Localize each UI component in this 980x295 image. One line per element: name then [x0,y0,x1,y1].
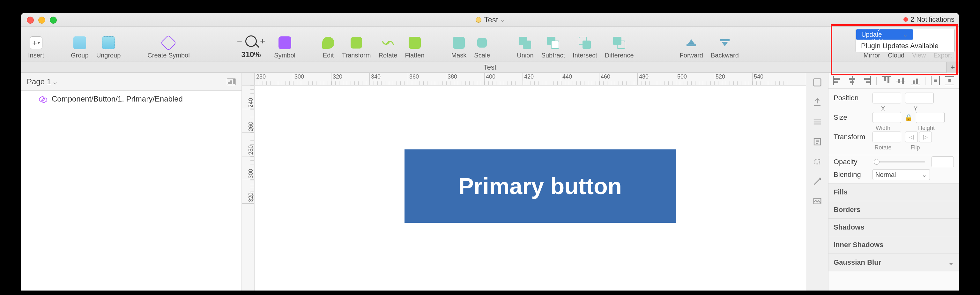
chevron-down-icon: ⌵ [501,16,504,23]
distribute-h-icon[interactable] [931,76,940,85]
intersect-button[interactable]: Intersect [569,27,601,62]
align-vcenter-icon[interactable] [896,76,905,85]
create-symbol-icon [161,35,177,51]
inner-shadows-section-header[interactable]: Inner Shadows [829,236,959,254]
fills-section-header[interactable]: Fills [829,183,959,201]
flip-vertical-button[interactable]: ▷ [919,132,932,142]
tab-export-icon[interactable] [811,96,824,108]
width-input[interactable] [872,112,901,123]
align-right-icon[interactable] [862,76,871,85]
flatten-button[interactable]: Flatten [401,27,428,62]
notifications-indicator[interactable]: 2 Notifications [904,15,955,24]
page-selector[interactable]: Page 1 ⌵ [21,73,242,91]
notification-item-library[interactable]: Library Update Available [856,29,913,40]
zoom-in-icon[interactable]: + [259,36,266,46]
horizontal-ruler[interactable]: 280 300 320 340 360 380 400 420 440 460 … [255,73,806,86]
difference-button[interactable]: Difference [601,27,638,62]
borders-section-header[interactable]: Borders [829,201,959,219]
align-controls [829,73,959,89]
chevron-down-icon: ⌵ [53,78,57,86]
layer-list-toggle-icon[interactable] [227,78,236,85]
ruler-corner [242,73,255,86]
tab-vector-icon[interactable] [811,175,824,188]
rotate-button[interactable]: Rotate [374,27,401,62]
maximize-icon[interactable] [50,17,57,24]
opacity-slider[interactable] [875,161,925,163]
layer-item[interactable]: Component/Button/1. Primary/Enabled [21,91,242,107]
intersect-icon [579,37,591,49]
tab-distribute-icon[interactable] [811,76,824,89]
close-icon[interactable] [27,17,34,24]
distribute-v-icon[interactable] [945,76,954,85]
height-input[interactable] [916,112,945,123]
minimize-icon[interactable] [38,17,45,24]
edit-button[interactable]: Edit [318,27,338,62]
vertical-ruler[interactable]: 240 260 280 300 320 [242,86,255,290]
subtract-button[interactable]: Subtract [538,27,569,62]
mask-icon [453,37,465,49]
transform-button[interactable]: Transform [338,27,374,62]
inspector-tab-rail [806,73,829,290]
tab-layout-icon[interactable] [811,116,824,128]
opacity-input[interactable] [932,156,954,167]
insert-button[interactable]: +▾Insert [24,27,48,62]
blend-mode-select[interactable]: Normal [872,169,930,180]
artboard-label-bar: Test + [21,62,959,73]
document-name: Test [484,15,498,24]
tab-resize-icon[interactable] [811,155,824,168]
rotate-input[interactable] [872,132,901,142]
scale-button[interactable]: Scale [470,27,494,62]
align-left-icon[interactable] [833,76,842,85]
layer-name: Component/Button/1. Primary/Enabled [52,94,183,104]
position-x-input[interactable] [872,92,901,104]
zoom-control[interactable]: −+310% [232,27,270,62]
group-icon [73,37,86,49]
symbol-icon [278,37,291,49]
primary-button-artwork[interactable]: Primary button [404,150,676,223]
size-lock-icon[interactable]: 🔒 [905,113,912,122]
position-y-input[interactable] [905,92,934,104]
create-symbol-button[interactable]: Create Symbol [143,27,193,62]
align-bottom-icon[interactable] [911,76,920,85]
align-hcenter-icon[interactable] [848,76,856,85]
forward-icon [687,39,696,46]
union-icon [519,37,531,49]
tab-image-icon[interactable] [811,195,824,207]
edit-icon [322,37,334,49]
rotate-icon [382,37,394,48]
mask-button[interactable]: Mask [447,27,471,62]
notification-dot-icon [904,17,908,22]
tab-text-icon[interactable] [811,136,824,148]
gaussian-blur-section-header[interactable]: Gaussian Blur⌄ [829,254,959,271]
symbol-instance-icon [39,95,47,103]
backward-button[interactable]: Backward [707,27,743,62]
subtract-icon [547,37,559,49]
group-button[interactable]: Group [67,27,92,62]
difference-icon [613,37,625,49]
shadows-section-header[interactable]: Shadows [829,219,959,236]
notification-item-plugins[interactable]: Plugin Updates Available [856,40,954,52]
align-top-icon[interactable] [882,76,891,85]
union-button[interactable]: Union [513,27,537,62]
svg-rect-2 [815,159,819,164]
flip-horizontal-button[interactable]: ◁ [905,132,918,142]
zoom-out-icon[interactable]: − [236,36,243,46]
layers-panel: Page 1 ⌵ Component/Button/1. Primary/Ena… [21,73,242,290]
svg-rect-0 [813,79,821,86]
document-icon [476,17,481,23]
ungroup-button[interactable]: Ungroup [92,27,125,62]
notification-count: 2 Notifications [910,15,955,24]
titlebar: Test ⌵ 2 Notifications Library Update Av… [21,13,959,27]
notifications-popup: Library Update Available Plugin Updates … [856,29,955,53]
chevron-down-icon: ⌄ [948,258,954,266]
backward-icon [720,39,730,46]
zoom-level: 310% [241,50,261,59]
forward-button[interactable]: Forward [676,27,707,62]
scale-icon [477,38,487,48]
flatten-icon [409,37,421,49]
opacity-section: Opacity Blending Normal [829,155,959,183]
symbol-button[interactable]: Symbol [270,27,299,62]
canvas[interactable]: Primary button [255,86,806,290]
document-title[interactable]: Test ⌵ [21,15,959,24]
add-artboard-button[interactable]: + [946,62,959,73]
